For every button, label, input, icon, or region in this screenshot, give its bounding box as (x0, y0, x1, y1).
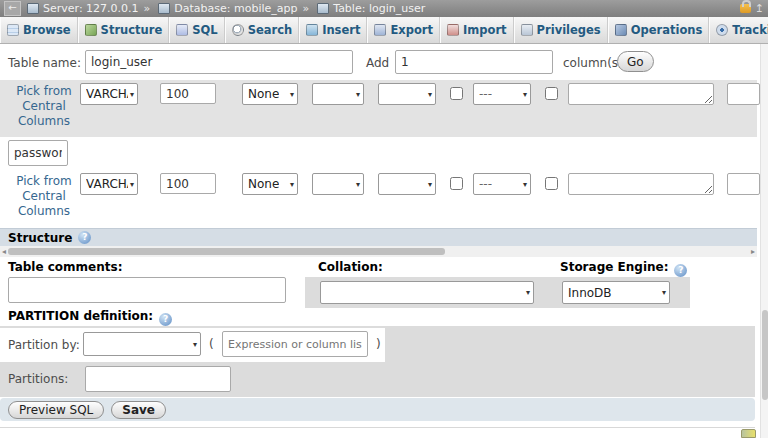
tab-operations[interactable]: Operations (608, 17, 710, 43)
preview-sql-button[interactable]: Preview SQL (8, 401, 104, 419)
collation-select[interactable]: ▾ (320, 281, 534, 304)
column-attributes-select[interactable]: ▾ (378, 83, 436, 105)
breadcrumb-table[interactable]: Table: login_user (314, 2, 425, 15)
column-index-select[interactable]: --- ▾ (473, 83, 531, 105)
column-default-select[interactable]: None ▾ (242, 173, 298, 195)
storage-engine-label-text: Storage Engine: (560, 260, 668, 274)
column-type-select[interactable]: VARCHAR ▾ (80, 83, 138, 105)
tab-insert[interactable]: Insert (299, 17, 367, 43)
vertical-scrollbar[interactable] (760, 44, 768, 438)
tab-export-label: Export (390, 23, 433, 37)
table-comments-input[interactable] (8, 277, 286, 303)
column-default-value: None (248, 87, 279, 101)
horizontal-scrollbar[interactable]: ◂ ▸ (0, 246, 757, 257)
partition-by-select[interactable]: ▾ (83, 332, 201, 356)
breadcrumb-database[interactable]: Database: mobile_app (155, 2, 297, 15)
chevron-down-icon: ▾ (130, 90, 134, 99)
column-collation-select[interactable]: ▾ (312, 83, 364, 105)
partition-expression-input[interactable] (222, 331, 368, 357)
columns-label: column(s) (563, 56, 623, 70)
help-icon[interactable]: ? (159, 313, 172, 326)
scroll-left-icon[interactable]: ◂ (2, 246, 6, 257)
tab-export[interactable]: Export (367, 17, 440, 43)
column-comments-textarea[interactable] (568, 173, 714, 195)
chevron-down-icon: ▾ (428, 180, 432, 189)
partition-definition-title: PARTITION definition: (8, 309, 153, 323)
table-name-input[interactable] (85, 50, 353, 74)
scrollbar-thumb[interactable] (8, 248, 445, 255)
column-type-select[interactable]: VARCHAR ▾ (80, 173, 138, 195)
column-extra-input[interactable] (727, 173, 760, 195)
chevron-down-icon: ▾ (290, 90, 294, 99)
tab-browse[interactable]: Browse (0, 17, 78, 43)
pick-from-central-columns-link[interactable]: Pick from Central Columns (6, 84, 82, 129)
storage-engine-value: InnoDB (568, 286, 612, 300)
chevron-down-icon: ▾ (523, 90, 527, 99)
column-index-select[interactable]: --- ▾ (473, 173, 531, 195)
chevron-down-icon: ▾ (290, 180, 294, 189)
chevron-down-icon: ▾ (356, 90, 360, 99)
column-comments-textarea[interactable] (568, 83, 714, 105)
add-label: Add (366, 56, 389, 70)
tab-sql-label: SQL (192, 23, 217, 37)
breadcrumb-database-label[interactable]: Database: mobile_app (174, 2, 297, 15)
save-button[interactable]: Save (111, 401, 166, 419)
column-length-input[interactable] (160, 173, 216, 194)
scrollbar-thumb[interactable] (762, 310, 768, 400)
lock-icon[interactable] (740, 4, 751, 13)
structure-section-header: Structure ? (0, 228, 757, 246)
tab-sql[interactable]: SQL (169, 17, 224, 43)
tab-browse-label: Browse (23, 23, 71, 37)
column-null-checkbox[interactable] (450, 177, 463, 190)
breadcrumb-server[interactable]: Server: 127.0.0.1 (24, 2, 139, 15)
tab-import-label: Import (463, 23, 507, 37)
breadcrumb: ← Server: 127.0.0.1 » Database: mobile_a… (0, 0, 768, 17)
tab-privileges[interactable]: Privileges (514, 17, 608, 43)
tab-structure[interactable]: Structure (78, 17, 170, 43)
chevron-down-icon: ▾ (526, 288, 530, 297)
help-icon[interactable]: ? (78, 231, 91, 244)
tab-tracking-label: Tracking (732, 23, 768, 37)
partitions-count-input[interactable] (85, 366, 231, 392)
column-default-select[interactable]: None ▾ (242, 83, 298, 105)
tab-privileges-label: Privileges (537, 23, 601, 37)
column-length-input[interactable] (160, 83, 216, 104)
page-settings-icon[interactable] (741, 429, 756, 438)
column-name-input[interactable] (8, 140, 68, 166)
tab-structure-label: Structure (101, 23, 163, 37)
phpmyadmin-window: ← Server: 127.0.0.1 » Database: mobile_a… (0, 0, 768, 438)
add-columns-count-input[interactable] (395, 50, 553, 74)
tab-insert-label: Insert (322, 23, 360, 37)
chevron-down-icon: ▾ (428, 90, 432, 99)
tab-search[interactable]: Search (225, 17, 300, 43)
table-comments-label: Table comments: (8, 260, 122, 274)
breadcrumb-table-label[interactable]: Table: login_user (333, 2, 425, 15)
column-extra-input[interactable] (727, 83, 760, 105)
help-icon[interactable]: ? (674, 264, 687, 277)
search-icon (232, 24, 244, 36)
chevron-down-icon: ▾ (662, 288, 666, 297)
insert-icon (306, 24, 318, 36)
go-button[interactable]: Go (617, 51, 654, 72)
column-ai-checkbox[interactable] (545, 177, 558, 190)
table-name-label: Table name: (8, 56, 81, 70)
sql-icon (176, 24, 188, 36)
column-null-checkbox[interactable] (450, 87, 463, 100)
tab-tracking[interactable]: Tracking (709, 17, 768, 43)
column-attributes-select[interactable]: ▾ (378, 173, 436, 195)
tab-import[interactable]: Import (440, 17, 514, 43)
paren-close: ) (376, 337, 381, 351)
column-collation-select[interactable]: ▾ (312, 173, 364, 195)
back-button[interactable]: ← (4, 1, 21, 16)
column-type-value: VARCHAR (86, 87, 128, 101)
scroll-top-icon[interactable]: ↥ (755, 3, 764, 14)
column-ai-checkbox[interactable] (545, 87, 558, 100)
server-icon (27, 3, 39, 14)
breadcrumb-server-label[interactable]: Server: 127.0.0.1 (43, 2, 139, 15)
pick-from-central-columns-link[interactable]: Pick from Central Columns (6, 174, 82, 219)
column-index-value: --- (479, 87, 492, 101)
breadcrumb-separator: » (144, 2, 151, 15)
storage-engine-select[interactable]: InnoDB ▾ (562, 281, 670, 304)
browse-icon (7, 24, 19, 36)
scroll-right-icon[interactable]: ▸ (751, 246, 755, 257)
